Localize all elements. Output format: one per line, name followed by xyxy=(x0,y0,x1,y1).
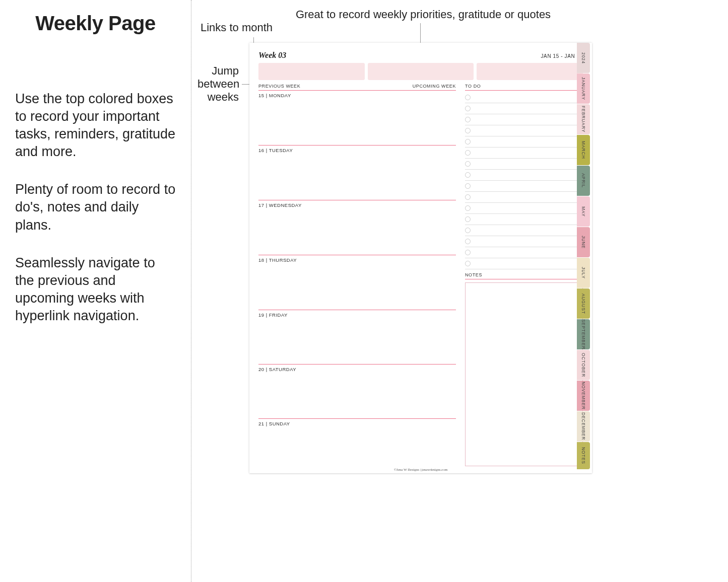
checkbox-icon[interactable] xyxy=(465,117,471,122)
checkbox-icon[interactable] xyxy=(465,194,471,200)
week-label[interactable]: Week 03 xyxy=(258,51,286,60)
checkbox-icon[interactable] xyxy=(465,172,471,178)
desc-p1: Use the top colored boxes to record your… xyxy=(15,90,176,161)
tab-november[interactable]: NOVEMBER xyxy=(577,381,590,411)
annot-links-to-month: Links to month xyxy=(201,21,286,34)
planner-header: Week 03 JAN 15 - JAN 21 xyxy=(258,51,583,60)
day-label: 21 | SUNDAY xyxy=(258,421,456,426)
description: Use the top colored boxes to record your… xyxy=(15,90,176,325)
todo-item[interactable] xyxy=(465,148,583,159)
checkbox-icon[interactable] xyxy=(465,128,471,133)
checkbox-icon[interactable] xyxy=(465,205,471,211)
day-block-tuesday[interactable]: 16 | TUESDAY xyxy=(258,146,456,200)
tab-2024[interactable]: 2024 xyxy=(577,43,590,73)
day-block-wednesday[interactable]: 17 | WEDNESDAY xyxy=(258,200,456,255)
checkbox-icon[interactable] xyxy=(465,139,471,144)
tab-notes[interactable]: NOTES xyxy=(577,442,590,469)
tab-july[interactable]: JULY xyxy=(577,258,590,288)
checkbox-icon[interactable] xyxy=(465,106,471,111)
day-label: 16 | TUESDAY xyxy=(258,148,456,153)
checkbox-icon[interactable] xyxy=(465,161,471,167)
todo-item[interactable] xyxy=(465,225,583,236)
tab-june[interactable]: JUNE xyxy=(577,227,590,257)
tab-january[interactable]: JANUARY xyxy=(577,74,590,104)
checkbox-icon[interactable] xyxy=(465,95,471,100)
previous-week-link[interactable]: PREVIOUS WEEK xyxy=(258,84,300,89)
checkbox-icon[interactable] xyxy=(465,150,471,156)
tab-september[interactable]: SEPTEMBER xyxy=(577,319,590,349)
todo-item[interactable] xyxy=(465,92,583,103)
checkbox-icon[interactable] xyxy=(465,250,471,255)
checkbox-icon[interactable] xyxy=(465,228,471,233)
month-tabs: 2024JANUARYFEBRUARYMARCHAPRILMAYJUNEJULY… xyxy=(577,43,590,470)
todo-item[interactable] xyxy=(465,103,583,114)
priority-box-2[interactable] xyxy=(368,63,474,80)
annot-jump-l2: between xyxy=(197,78,239,91)
checkbox-icon[interactable] xyxy=(465,261,471,266)
days-column: PREVIOUS WEEK UPCOMING WEEK 15 | MONDAY1… xyxy=(258,84,456,473)
upcoming-week-link[interactable]: UPCOMING WEEK xyxy=(413,84,456,89)
priority-box-1[interactable] xyxy=(258,63,365,80)
copyright: ©Jena W Designs | jenawdesigns.com xyxy=(249,468,592,472)
left-column: Weekly Page Use the top colored boxes to… xyxy=(0,0,191,582)
todo-item[interactable] xyxy=(465,203,583,214)
todo-item[interactable] xyxy=(465,170,583,181)
tab-april[interactable]: APRIL xyxy=(577,166,590,196)
todo-item[interactable] xyxy=(465,236,583,247)
day-block-saturday[interactable]: 20 | SATURDAY xyxy=(258,365,456,419)
checkbox-icon[interactable] xyxy=(465,183,471,189)
tab-february[interactable]: FEBRUARY xyxy=(577,104,590,134)
todo-item[interactable] xyxy=(465,159,583,170)
todo-item[interactable] xyxy=(465,181,583,192)
todo-item[interactable] xyxy=(465,136,583,148)
day-label: 20 | SATURDAY xyxy=(258,367,456,372)
priority-boxes xyxy=(258,63,583,80)
todo-list xyxy=(465,92,583,269)
todo-item[interactable] xyxy=(465,258,583,269)
tab-march[interactable]: MARCH xyxy=(577,135,590,165)
todo-item[interactable] xyxy=(465,114,583,125)
todo-item[interactable] xyxy=(465,192,583,203)
desc-p3: Seamlessly navigate to the previous and … xyxy=(15,254,176,325)
todo-item[interactable] xyxy=(465,125,583,136)
tab-december[interactable]: DECEMBER xyxy=(577,411,590,442)
planner-page: Week 03 JAN 15 - JAN 21 PREVIOUS WEEK UP… xyxy=(249,43,592,473)
tab-october[interactable]: OCTOBER xyxy=(577,350,590,380)
day-block-friday[interactable]: 19 | FRIDAY xyxy=(258,310,456,365)
notes-heading: NOTES xyxy=(465,272,583,279)
annot-jump-l1: Jump xyxy=(197,64,239,78)
week-nav: PREVIOUS WEEK UPCOMING WEEK xyxy=(258,84,456,91)
checkbox-icon[interactable] xyxy=(465,239,471,244)
planner-content: PREVIOUS WEEK UPCOMING WEEK 15 | MONDAY1… xyxy=(258,84,583,473)
day-block-sunday[interactable]: 21 | SUNDAY xyxy=(258,419,456,473)
day-label: 19 | FRIDAY xyxy=(258,312,456,318)
priority-box-3[interactable] xyxy=(477,63,583,80)
annot-priorities: Great to record weekly priorities, grati… xyxy=(282,8,564,21)
day-label: 15 | MONDAY xyxy=(258,93,456,98)
tab-may[interactable]: MAY xyxy=(577,196,590,227)
desc-p2: Plenty of room to record to do's, notes … xyxy=(15,181,176,234)
annot-jump-weeks: Jump between weeks xyxy=(197,64,239,104)
tab-august[interactable]: AUGUST xyxy=(577,288,590,319)
todo-item[interactable] xyxy=(465,247,583,258)
day-label: 17 | WEDNESDAY xyxy=(258,202,456,208)
day-block-monday[interactable]: 15 | MONDAY xyxy=(258,91,456,146)
side-column: TO DO NOTES xyxy=(465,84,583,473)
checkbox-icon[interactable] xyxy=(465,216,471,222)
todo-item[interactable] xyxy=(465,214,583,225)
notes-box[interactable] xyxy=(465,282,583,466)
day-label: 18 | THURSDAY xyxy=(258,257,456,263)
annot-jump-l3: weeks xyxy=(197,91,239,104)
todo-heading: TO DO xyxy=(465,84,583,91)
page-title: Weekly Page xyxy=(15,12,176,35)
day-block-thursday[interactable]: 18 | THURSDAY xyxy=(258,255,456,310)
